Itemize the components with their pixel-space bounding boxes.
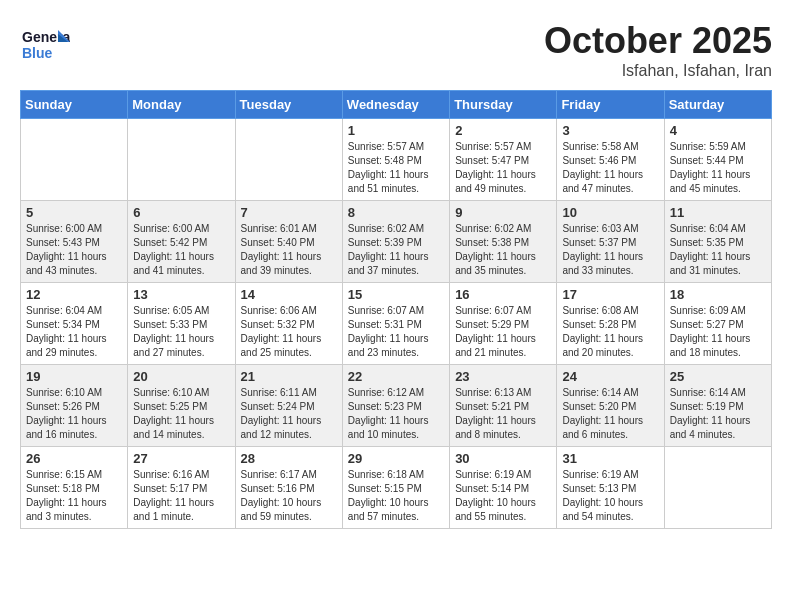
- month-title: October 2025: [544, 20, 772, 62]
- calendar-day-cell: 16Sunrise: 6:07 AMSunset: 5:29 PMDayligh…: [450, 283, 557, 365]
- calendar-day-cell: 9Sunrise: 6:02 AMSunset: 5:38 PMDaylight…: [450, 201, 557, 283]
- calendar-week-row: 26Sunrise: 6:15 AMSunset: 5:18 PMDayligh…: [21, 447, 772, 529]
- calendar-day-cell: 18Sunrise: 6:09 AMSunset: 5:27 PMDayligh…: [664, 283, 771, 365]
- calendar-day-cell: 26Sunrise: 6:15 AMSunset: 5:18 PMDayligh…: [21, 447, 128, 529]
- day-number: 17: [562, 287, 658, 302]
- day-info: Sunrise: 5:57 AMSunset: 5:47 PMDaylight:…: [455, 140, 551, 196]
- weekday-header-friday: Friday: [557, 91, 664, 119]
- calendar-day-cell: 21Sunrise: 6:11 AMSunset: 5:24 PMDayligh…: [235, 365, 342, 447]
- calendar-day-cell: 15Sunrise: 6:07 AMSunset: 5:31 PMDayligh…: [342, 283, 449, 365]
- day-number: 27: [133, 451, 229, 466]
- day-info: Sunrise: 6:14 AMSunset: 5:19 PMDaylight:…: [670, 386, 766, 442]
- day-info: Sunrise: 6:09 AMSunset: 5:27 PMDaylight:…: [670, 304, 766, 360]
- day-info: Sunrise: 6:07 AMSunset: 5:31 PMDaylight:…: [348, 304, 444, 360]
- calendar-day-cell: 5Sunrise: 6:00 AMSunset: 5:43 PMDaylight…: [21, 201, 128, 283]
- day-number: 13: [133, 287, 229, 302]
- calendar-day-cell: 30Sunrise: 6:19 AMSunset: 5:14 PMDayligh…: [450, 447, 557, 529]
- day-number: 31: [562, 451, 658, 466]
- day-number: 16: [455, 287, 551, 302]
- day-info: Sunrise: 6:19 AMSunset: 5:13 PMDaylight:…: [562, 468, 658, 524]
- logo: General Blue: [20, 20, 70, 74]
- weekday-header-wednesday: Wednesday: [342, 91, 449, 119]
- calendar-week-row: 5Sunrise: 6:00 AMSunset: 5:43 PMDaylight…: [21, 201, 772, 283]
- day-number: 5: [26, 205, 122, 220]
- day-number: 25: [670, 369, 766, 384]
- calendar-day-cell: 13Sunrise: 6:05 AMSunset: 5:33 PMDayligh…: [128, 283, 235, 365]
- svg-text:Blue: Blue: [22, 45, 53, 61]
- weekday-header-sunday: Sunday: [21, 91, 128, 119]
- day-info: Sunrise: 6:02 AMSunset: 5:39 PMDaylight:…: [348, 222, 444, 278]
- calendar-day-cell: 20Sunrise: 6:10 AMSunset: 5:25 PMDayligh…: [128, 365, 235, 447]
- calendar-week-row: 19Sunrise: 6:10 AMSunset: 5:26 PMDayligh…: [21, 365, 772, 447]
- day-number: 2: [455, 123, 551, 138]
- day-number: 8: [348, 205, 444, 220]
- day-number: 30: [455, 451, 551, 466]
- day-info: Sunrise: 6:02 AMSunset: 5:38 PMDaylight:…: [455, 222, 551, 278]
- calendar-table: SundayMondayTuesdayWednesdayThursdayFrid…: [20, 90, 772, 529]
- calendar-day-cell: 12Sunrise: 6:04 AMSunset: 5:34 PMDayligh…: [21, 283, 128, 365]
- calendar-day-cell: 27Sunrise: 6:16 AMSunset: 5:17 PMDayligh…: [128, 447, 235, 529]
- weekday-header-row: SundayMondayTuesdayWednesdayThursdayFrid…: [21, 91, 772, 119]
- day-info: Sunrise: 5:59 AMSunset: 5:44 PMDaylight:…: [670, 140, 766, 196]
- weekday-header-tuesday: Tuesday: [235, 91, 342, 119]
- day-number: 6: [133, 205, 229, 220]
- weekday-header-thursday: Thursday: [450, 91, 557, 119]
- calendar-day-cell: 29Sunrise: 6:18 AMSunset: 5:15 PMDayligh…: [342, 447, 449, 529]
- day-info: Sunrise: 6:06 AMSunset: 5:32 PMDaylight:…: [241, 304, 337, 360]
- day-info: Sunrise: 6:14 AMSunset: 5:20 PMDaylight:…: [562, 386, 658, 442]
- calendar-week-row: 12Sunrise: 6:04 AMSunset: 5:34 PMDayligh…: [21, 283, 772, 365]
- day-info: Sunrise: 6:18 AMSunset: 5:15 PMDaylight:…: [348, 468, 444, 524]
- day-info: Sunrise: 6:15 AMSunset: 5:18 PMDaylight:…: [26, 468, 122, 524]
- day-number: 28: [241, 451, 337, 466]
- calendar-day-cell: [664, 447, 771, 529]
- day-info: Sunrise: 6:07 AMSunset: 5:29 PMDaylight:…: [455, 304, 551, 360]
- day-number: 26: [26, 451, 122, 466]
- day-number: 20: [133, 369, 229, 384]
- day-number: 15: [348, 287, 444, 302]
- calendar-week-row: 1Sunrise: 5:57 AMSunset: 5:48 PMDaylight…: [21, 119, 772, 201]
- calendar-day-cell: 7Sunrise: 6:01 AMSunset: 5:40 PMDaylight…: [235, 201, 342, 283]
- day-info: Sunrise: 6:12 AMSunset: 5:23 PMDaylight:…: [348, 386, 444, 442]
- weekday-header-saturday: Saturday: [664, 91, 771, 119]
- day-number: 9: [455, 205, 551, 220]
- day-number: 24: [562, 369, 658, 384]
- calendar-day-cell: 1Sunrise: 5:57 AMSunset: 5:48 PMDaylight…: [342, 119, 449, 201]
- day-info: Sunrise: 5:58 AMSunset: 5:46 PMDaylight:…: [562, 140, 658, 196]
- day-number: 19: [26, 369, 122, 384]
- day-number: 18: [670, 287, 766, 302]
- calendar-day-cell: 11Sunrise: 6:04 AMSunset: 5:35 PMDayligh…: [664, 201, 771, 283]
- calendar-day-cell: 28Sunrise: 6:17 AMSunset: 5:16 PMDayligh…: [235, 447, 342, 529]
- day-number: 21: [241, 369, 337, 384]
- calendar-day-cell: 19Sunrise: 6:10 AMSunset: 5:26 PMDayligh…: [21, 365, 128, 447]
- day-info: Sunrise: 6:13 AMSunset: 5:21 PMDaylight:…: [455, 386, 551, 442]
- weekday-header-monday: Monday: [128, 91, 235, 119]
- calendar-day-cell: 6Sunrise: 6:00 AMSunset: 5:42 PMDaylight…: [128, 201, 235, 283]
- day-number: 12: [26, 287, 122, 302]
- day-info: Sunrise: 6:04 AMSunset: 5:35 PMDaylight:…: [670, 222, 766, 278]
- day-number: 22: [348, 369, 444, 384]
- location: Isfahan, Isfahan, Iran: [544, 62, 772, 80]
- day-info: Sunrise: 6:08 AMSunset: 5:28 PMDaylight:…: [562, 304, 658, 360]
- calendar-day-cell: 2Sunrise: 5:57 AMSunset: 5:47 PMDaylight…: [450, 119, 557, 201]
- day-info: Sunrise: 6:04 AMSunset: 5:34 PMDaylight:…: [26, 304, 122, 360]
- calendar-day-cell: [235, 119, 342, 201]
- calendar-day-cell: 14Sunrise: 6:06 AMSunset: 5:32 PMDayligh…: [235, 283, 342, 365]
- day-number: 11: [670, 205, 766, 220]
- day-info: Sunrise: 6:03 AMSunset: 5:37 PMDaylight:…: [562, 222, 658, 278]
- day-info: Sunrise: 6:17 AMSunset: 5:16 PMDaylight:…: [241, 468, 337, 524]
- day-info: Sunrise: 6:19 AMSunset: 5:14 PMDaylight:…: [455, 468, 551, 524]
- day-number: 3: [562, 123, 658, 138]
- day-number: 1: [348, 123, 444, 138]
- day-number: 10: [562, 205, 658, 220]
- day-info: Sunrise: 6:00 AMSunset: 5:42 PMDaylight:…: [133, 222, 229, 278]
- day-info: Sunrise: 6:10 AMSunset: 5:25 PMDaylight:…: [133, 386, 229, 442]
- calendar-day-cell: 25Sunrise: 6:14 AMSunset: 5:19 PMDayligh…: [664, 365, 771, 447]
- day-info: Sunrise: 6:16 AMSunset: 5:17 PMDaylight:…: [133, 468, 229, 524]
- calendar-day-cell: [128, 119, 235, 201]
- calendar-day-cell: 3Sunrise: 5:58 AMSunset: 5:46 PMDaylight…: [557, 119, 664, 201]
- day-info: Sunrise: 6:05 AMSunset: 5:33 PMDaylight:…: [133, 304, 229, 360]
- calendar-day-cell: 23Sunrise: 6:13 AMSunset: 5:21 PMDayligh…: [450, 365, 557, 447]
- day-number: 14: [241, 287, 337, 302]
- day-info: Sunrise: 6:00 AMSunset: 5:43 PMDaylight:…: [26, 222, 122, 278]
- calendar-day-cell: 22Sunrise: 6:12 AMSunset: 5:23 PMDayligh…: [342, 365, 449, 447]
